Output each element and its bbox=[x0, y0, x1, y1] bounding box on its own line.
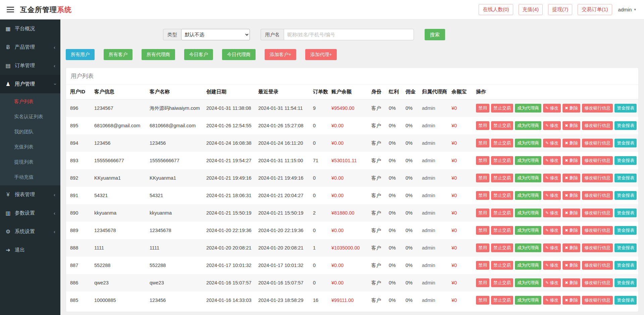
action-edit-bank-button[interactable]: 修改银行信息 bbox=[582, 174, 613, 182]
action-edit-button[interactable]: ✎修改 bbox=[543, 243, 561, 252]
action-ban-trade-button[interactable]: 禁止交易 bbox=[491, 209, 513, 217]
action-delete-button[interactable]: ✖删除 bbox=[562, 139, 580, 147]
sidebar-item-users[interactable]: ♟用户管理‹ bbox=[0, 75, 60, 93]
action-fund-report-button[interactable]: 资金报表 bbox=[614, 156, 637, 165]
action-fund-report-button[interactable]: 资金报表 bbox=[614, 296, 637, 305]
sidebar-item-overview[interactable]: ▦平台概况 bbox=[0, 19, 60, 38]
action-make-agent-button[interactable]: 成为代理商 bbox=[515, 156, 541, 165]
action-ban-trade-button[interactable]: 禁止交易 bbox=[491, 261, 513, 270]
action-edit-button[interactable]: ✎修改 bbox=[543, 226, 561, 235]
action-edit-button[interactable]: ✎修改 bbox=[543, 278, 561, 287]
action-disable-button[interactable]: 禁用 bbox=[476, 174, 489, 182]
sidebar-subitem-recharge-list[interactable]: 充值列表 bbox=[0, 139, 60, 154]
action-fund-report-button[interactable]: 资金报表 bbox=[614, 209, 637, 217]
action-delete-button[interactable]: ✖删除 bbox=[562, 243, 580, 252]
action-ban-trade-button[interactable]: 禁止交易 bbox=[491, 104, 513, 113]
action-ban-trade-button[interactable]: 禁止交易 bbox=[491, 174, 513, 182]
topbar-stat-trade-orders[interactable]: 交易订单(1) bbox=[578, 4, 612, 15]
username-input[interactable] bbox=[284, 29, 414, 40]
action-ban-trade-button[interactable]: 禁止交易 bbox=[491, 296, 513, 305]
action-ban-trade-button[interactable]: 禁止交易 bbox=[491, 191, 513, 200]
topbar-stat-recharge[interactable]: 充值(4) bbox=[519, 4, 543, 15]
action-delete-button[interactable]: ✖删除 bbox=[562, 261, 580, 270]
action-fund-report-button[interactable]: 资金报表 bbox=[614, 278, 637, 287]
action-edit-bank-button[interactable]: 修改银行信息 bbox=[582, 121, 613, 130]
action-delete-button[interactable]: ✖删除 bbox=[562, 226, 580, 235]
action-delete-button[interactable]: ✖删除 bbox=[562, 278, 580, 287]
action-delete-button[interactable]: ✖删除 bbox=[562, 296, 580, 305]
action-disable-button[interactable]: 禁用 bbox=[476, 261, 489, 270]
action-fund-report-button[interactable]: 资金报表 bbox=[614, 191, 637, 200]
action-ban-trade-button[interactable]: 禁止交易 bbox=[491, 243, 513, 252]
action-disable-button[interactable]: 禁用 bbox=[476, 278, 489, 287]
action-edit-bank-button[interactable]: 修改银行信息 bbox=[582, 243, 613, 252]
user-menu[interactable]: admin ▾ bbox=[618, 7, 637, 12]
sidebar-subitem-kyc-list[interactable]: 实名认证列表 bbox=[0, 109, 60, 124]
action-ban-trade-button[interactable]: 禁止交易 bbox=[491, 226, 513, 235]
action-fund-report-button[interactable]: 资金报表 bbox=[614, 261, 637, 270]
sidebar-item-params[interactable]: ▥参数设置‹ bbox=[0, 204, 60, 222]
action-make-agent-button[interactable]: 成为代理商 bbox=[515, 261, 541, 270]
action-make-agent-button[interactable]: 成为代理商 bbox=[515, 209, 541, 217]
action-edit-button[interactable]: ✎修改 bbox=[543, 174, 561, 182]
action-make-agent-button[interactable]: 成为代理商 bbox=[515, 191, 541, 200]
action-fund-report-button[interactable]: 资金报表 bbox=[614, 139, 637, 147]
action-disable-button[interactable]: 禁用 bbox=[476, 296, 489, 305]
action-disable-button[interactable]: 禁用 bbox=[476, 191, 489, 200]
filter-button-add-customer[interactable]: 添加客户+ bbox=[265, 49, 296, 60]
action-make-agent-button[interactable]: 成为代理商 bbox=[515, 139, 541, 147]
action-delete-button[interactable]: ✖删除 bbox=[562, 121, 580, 130]
hamburger-menu-icon[interactable] bbox=[7, 7, 14, 12]
sidebar-subitem-withdraw-list[interactable]: 提现列表 bbox=[0, 154, 60, 170]
action-edit-bank-button[interactable]: 修改银行信息 bbox=[582, 104, 613, 113]
filter-button-today-agents[interactable]: 今日代理商 bbox=[222, 49, 256, 60]
action-make-agent-button[interactable]: 成为代理商 bbox=[515, 121, 541, 130]
action-edit-button[interactable]: ✎修改 bbox=[543, 104, 561, 113]
action-edit-bank-button[interactable]: 修改银行信息 bbox=[582, 191, 613, 200]
action-fund-report-button[interactable]: 资金报表 bbox=[614, 104, 637, 113]
action-delete-button[interactable]: ✖删除 bbox=[562, 191, 580, 200]
action-delete-button[interactable]: ✖删除 bbox=[562, 156, 580, 165]
filter-button-today-customers[interactable]: 今日客户 bbox=[184, 49, 213, 60]
search-button[interactable]: 搜索 bbox=[425, 29, 445, 40]
action-disable-button[interactable]: 禁用 bbox=[476, 139, 489, 147]
sidebar-subitem-my-team[interactable]: 我的团队 bbox=[0, 124, 60, 139]
filter-button-all-users[interactable]: 所有用户 bbox=[66, 49, 95, 60]
action-delete-button[interactable]: ✖删除 bbox=[562, 104, 580, 113]
action-make-agent-button[interactable]: 成为代理商 bbox=[515, 104, 541, 113]
action-delete-button[interactable]: ✖删除 bbox=[562, 174, 580, 182]
action-make-agent-button[interactable]: 成为代理商 bbox=[515, 174, 541, 182]
topbar-stat-withdraw[interactable]: 提现(7) bbox=[548, 4, 572, 15]
action-disable-button[interactable]: 禁用 bbox=[476, 121, 489, 130]
sidebar-item-system[interactable]: ⚙系统设置‹ bbox=[0, 222, 60, 241]
action-edit-button[interactable]: ✎修改 bbox=[543, 156, 561, 165]
action-edit-button[interactable]: ✎修改 bbox=[543, 139, 561, 147]
action-fund-report-button[interactable]: 资金报表 bbox=[614, 121, 637, 130]
action-disable-button[interactable]: 禁用 bbox=[476, 156, 489, 165]
action-edit-button[interactable]: ✎修改 bbox=[543, 121, 561, 130]
sidebar-subitem-customer-list[interactable]: 客户列表 bbox=[0, 94, 60, 109]
action-edit-bank-button[interactable]: 修改银行信息 bbox=[582, 156, 613, 165]
action-ban-trade-button[interactable]: 禁止交易 bbox=[491, 156, 513, 165]
action-disable-button[interactable]: 禁用 bbox=[476, 243, 489, 252]
action-edit-bank-button[interactable]: 修改银行信息 bbox=[582, 278, 613, 287]
action-make-agent-button[interactable]: 成为代理商 bbox=[515, 226, 541, 235]
action-ban-trade-button[interactable]: 禁止交易 bbox=[491, 139, 513, 147]
sidebar-item-logout[interactable]: ➜退出 bbox=[0, 241, 60, 259]
action-edit-bank-button[interactable]: 修改银行信息 bbox=[582, 296, 613, 305]
type-select[interactable]: 默认不选 bbox=[181, 29, 250, 40]
action-edit-bank-button[interactable]: 修改银行信息 bbox=[582, 209, 613, 217]
action-edit-bank-button[interactable]: 修改银行信息 bbox=[582, 261, 613, 270]
sidebar-item-reports[interactable]: ¥报表管理‹ bbox=[0, 185, 60, 204]
sidebar-item-orders[interactable]: ▤订单管理‹ bbox=[0, 56, 60, 75]
action-disable-button[interactable]: 禁用 bbox=[476, 209, 489, 217]
action-ban-trade-button[interactable]: 禁止交易 bbox=[491, 121, 513, 130]
action-edit-button[interactable]: ✎修改 bbox=[543, 296, 561, 305]
action-make-agent-button[interactable]: 成为代理商 bbox=[515, 243, 541, 252]
action-edit-button[interactable]: ✎修改 bbox=[543, 261, 561, 270]
action-fund-report-button[interactable]: 资金报表 bbox=[614, 243, 637, 252]
action-edit-button[interactable]: ✎修改 bbox=[543, 209, 561, 217]
action-edit-bank-button[interactable]: 修改银行信息 bbox=[582, 226, 613, 235]
filter-button-all-customers[interactable]: 所有客户 bbox=[104, 49, 132, 60]
action-fund-report-button[interactable]: 资金报表 bbox=[614, 226, 637, 235]
